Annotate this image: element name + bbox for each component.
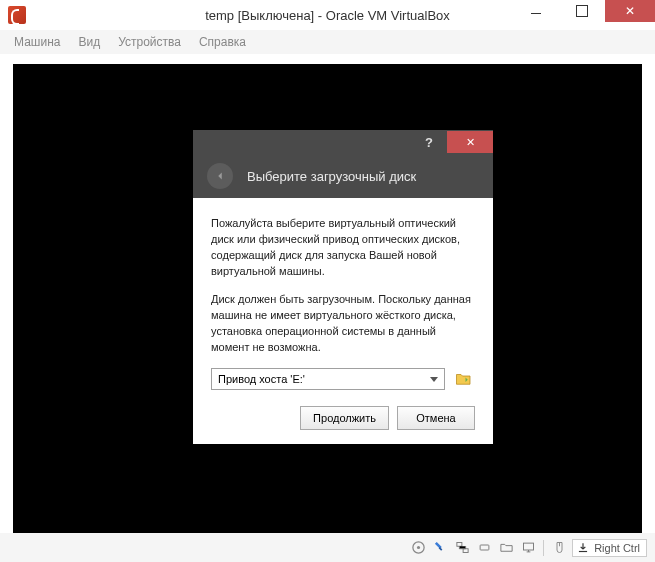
menu-view[interactable]: Вид [70, 32, 108, 52]
dialog-title: Выберите загрузочный диск [247, 169, 416, 184]
window-close-button[interactable] [605, 0, 655, 22]
maximize-button[interactable] [559, 0, 605, 22]
dialog-header: Выберите загрузочный диск [193, 154, 493, 198]
menu-machine[interactable]: Машина [6, 32, 68, 52]
network-icon[interactable] [453, 539, 471, 557]
svg-rect-4 [480, 545, 489, 550]
svg-rect-5 [523, 543, 533, 550]
browse-disk-button[interactable] [453, 369, 475, 389]
dialog-help-button[interactable]: ? [411, 131, 447, 153]
dialog-close-button[interactable] [447, 131, 493, 153]
menu-help[interactable]: Справка [191, 32, 254, 52]
vm-screen: ? Выберите загрузочный диск Пожалуйста в… [13, 64, 642, 533]
app-icon [8, 6, 26, 24]
dialog-paragraph-1: Пожалуйста выберите виртуальный оптическ… [211, 216, 475, 280]
drive-select-value: Привод хоста 'E:' [218, 373, 305, 385]
host-key-indicator[interactable]: Right Ctrl [572, 539, 647, 557]
hard-disk-icon[interactable] [431, 539, 449, 557]
vm-display-area: ? Выберите загрузочный диск Пожалуйста в… [0, 54, 655, 533]
dialog-titlebar: ? [193, 130, 493, 154]
folder-open-icon [455, 371, 473, 387]
svg-rect-3 [463, 549, 468, 553]
boot-disk-dialog: ? Выберите загрузочный диск Пожалуйста в… [193, 130, 493, 444]
window-titlebar: temp [Выключена] - Oracle VM VirtualBox [0, 0, 655, 30]
back-arrow-icon [213, 169, 227, 183]
mouse-integration-icon[interactable] [550, 539, 568, 557]
statusbar-separator [543, 540, 544, 556]
menubar: Машина Вид Устройства Справка [0, 30, 655, 54]
display-icon[interactable] [519, 539, 537, 557]
window-controls [513, 0, 655, 30]
menu-devices[interactable]: Устройства [110, 32, 189, 52]
minimize-button[interactable] [513, 0, 559, 22]
shared-folders-icon[interactable] [497, 539, 515, 557]
back-button[interactable] [207, 163, 233, 189]
dialog-button-row: Продолжить Отмена [211, 406, 475, 430]
continue-button[interactable]: Продолжить [300, 406, 389, 430]
dialog-body: Пожалуйста выберите виртуальный оптическ… [193, 198, 493, 444]
dialog-paragraph-2: Диск должен быть загрузочным. Поскольку … [211, 292, 475, 356]
cancel-button[interactable]: Отмена [397, 406, 475, 430]
statusbar: Right Ctrl [0, 533, 655, 562]
drive-selection-row: Привод хоста 'E:' [211, 368, 475, 390]
host-key-arrow-icon [576, 541, 590, 555]
svg-rect-2 [457, 543, 462, 547]
optical-drive-icon[interactable] [409, 539, 427, 557]
drive-select[interactable]: Привод хоста 'E:' [211, 368, 445, 390]
host-key-label: Right Ctrl [594, 542, 640, 554]
svg-point-1 [417, 546, 420, 549]
svg-rect-6 [579, 550, 587, 551]
usb-icon[interactable] [475, 539, 493, 557]
